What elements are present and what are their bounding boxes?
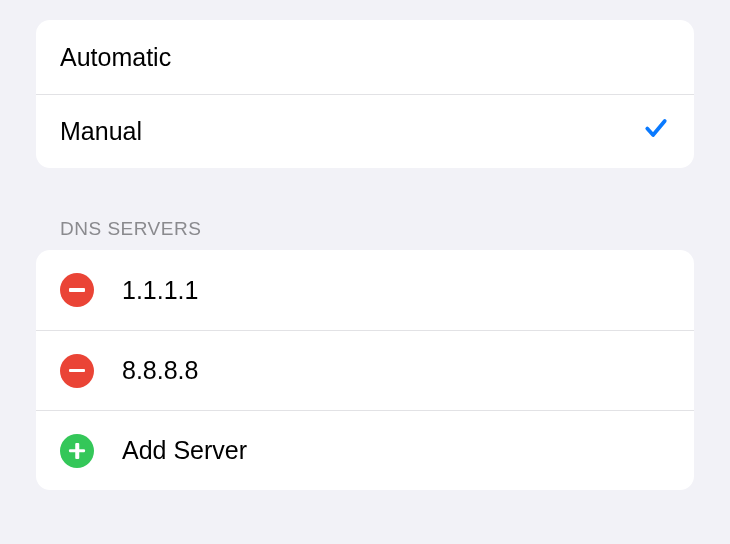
dns-servers-header: DNS SERVERS — [36, 218, 694, 250]
dns-server-address: 8.8.8.8 — [122, 356, 670, 385]
remove-icon[interactable] — [60, 273, 94, 307]
dns-server-row[interactable]: 8.8.8.8 — [36, 330, 694, 410]
checkmark-icon — [642, 114, 670, 149]
dns-servers-group: 1.1.1.1 8.8.8.8 Add Server — [36, 250, 694, 490]
config-option-automatic[interactable]: Automatic — [36, 20, 694, 94]
config-option-label: Manual — [60, 117, 642, 146]
add-icon[interactable] — [60, 434, 94, 468]
config-mode-group: Automatic Manual — [36, 20, 694, 168]
add-server-label: Add Server — [122, 436, 670, 465]
config-option-manual[interactable]: Manual — [36, 94, 694, 168]
dns-server-row[interactable]: 1.1.1.1 — [36, 250, 694, 330]
dns-server-address: 1.1.1.1 — [122, 276, 670, 305]
remove-icon[interactable] — [60, 354, 94, 388]
add-server-row[interactable]: Add Server — [36, 410, 694, 490]
config-option-label: Automatic — [60, 43, 670, 72]
